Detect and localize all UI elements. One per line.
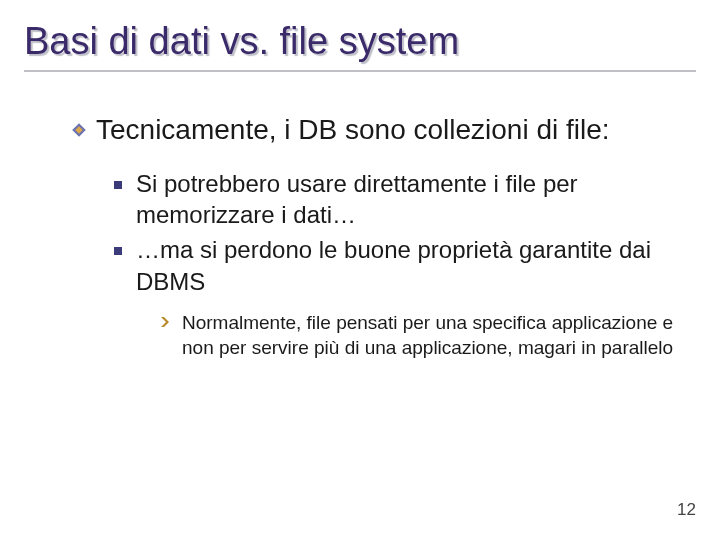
bullet-level2: Si potrebbero usare direttamente i file … <box>114 168 692 230</box>
bullet-level3-text: Normalmente, file pensati per una specif… <box>182 311 692 360</box>
chevron-bullet-icon <box>158 315 172 333</box>
slide-body: Tecnicamente, i DB sono collezioni di fi… <box>24 84 696 361</box>
slide: Basi di dati vs. file system Tecnicament… <box>0 0 720 540</box>
bullet-level1: Tecnicamente, i DB sono collezioni di fi… <box>70 112 692 148</box>
title-block: Basi di dati vs. file system <box>24 20 696 76</box>
square-bullet-icon <box>114 247 122 255</box>
bullet-level2-text: Si potrebbero usare direttamente i file … <box>136 168 692 230</box>
title-underline <box>24 70 696 72</box>
page-number: 12 <box>677 500 696 520</box>
svg-marker-2 <box>161 317 169 327</box>
bullet-level2: …ma si perdono le buone proprietà garant… <box>114 234 692 296</box>
bullet-level3: Normalmente, file pensati per una specif… <box>158 311 692 360</box>
slide-title: Basi di dati vs. file system <box>24 20 696 64</box>
square-bullet-icon <box>114 181 122 189</box>
bullet-level2-group: Si potrebbero usare direttamente i file … <box>70 168 692 297</box>
diamond-bullet-icon <box>70 121 88 143</box>
bullet-level3-group: Normalmente, file pensati per una specif… <box>70 311 692 360</box>
bullet-level2-text: …ma si perdono le buone proprietà garant… <box>136 234 692 296</box>
bullet-level1-text: Tecnicamente, i DB sono collezioni di fi… <box>96 112 610 148</box>
